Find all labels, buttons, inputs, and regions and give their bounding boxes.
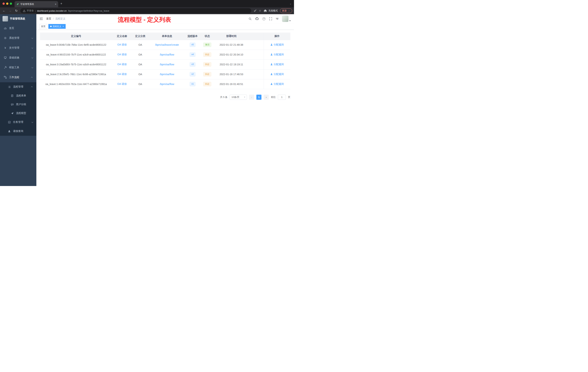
sidebar-item-infrastructure[interactable]: 基础设施 <box>0 53 36 63</box>
sidebar-item-system[interactable]: 系统管理 <box>0 33 36 43</box>
definition-name-link[interactable]: OA 请假 <box>117 43 126 46</box>
tab-close-icon[interactable]: × <box>55 3 56 6</box>
definition-category: OA <box>132 40 149 50</box>
table-row: oa_leave:4:991f2193-7b7f-11ec-a3c8-acde4… <box>40 50 290 59</box>
assign-rule-label: 分配规则 <box>274 73 284 76</box>
goto-label: 前往 <box>271 96 276 99</box>
minimize-window-button[interactable] <box>6 2 8 5</box>
sidebar-item-devtools[interactable]: 研发工具 <box>0 63 36 72</box>
search-icon[interactable] <box>249 17 252 20</box>
page-size-value: 10条/页 <box>231 96 240 99</box>
new-tab-button[interactable]: + <box>60 2 62 6</box>
sidebar-item-label: 流程管理 <box>13 85 29 88</box>
form-link[interactable]: /bpm/oa/leave/create <box>155 43 179 46</box>
dashboard-icon <box>4 27 7 30</box>
col-deploy-time: 部署时间 <box>215 33 248 40</box>
definition-name-link[interactable]: OA 请假 <box>117 63 126 66</box>
col-actions: 操作 <box>264 33 290 40</box>
browser-tabstrip: 芋道管理系统 × + ⌄ <box>0 0 294 7</box>
reload-button[interactable]: ↻ <box>14 9 19 13</box>
font-size-icon[interactable]: TT <box>276 17 278 20</box>
sidebar-item-payment[interactable]: ¥ 支付管理 <box>0 43 36 53</box>
prev-page-button[interactable]: ‹ <box>249 95 254 100</box>
assign-rule-link[interactable]: 分配规则 <box>270 63 284 66</box>
sidebar-item-label: 流程模型 <box>16 111 33 115</box>
forward-button[interactable]: → <box>8 9 12 12</box>
password-key-icon[interactable] <box>254 9 257 12</box>
tag-process-definition[interactable]: 流程定义 × <box>48 24 66 29</box>
back-button[interactable]: ← <box>2 9 6 12</box>
assign-rule-link[interactable]: 分配规则 <box>270 53 284 56</box>
sidebar-toggle-icon[interactable] <box>40 17 43 20</box>
tab-title: 芋道管理系统 <box>20 3 53 6</box>
gear-icon <box>4 37 7 40</box>
deploy-time: 2022-01-16 17:46:53 <box>215 69 248 79</box>
chevron-down-icon <box>32 66 33 68</box>
deploy-time: 2022-01-22 20:34:10 <box>215 50 248 59</box>
close-window-button[interactable] <box>2 2 5 5</box>
assign-rule-link[interactable]: 分配规则 <box>270 43 284 46</box>
form-link[interactable]: /bpm/oa/flow <box>160 63 174 66</box>
assign-rule-link[interactable]: 分配规则 <box>270 82 284 86</box>
paper-plane-icon <box>10 112 14 115</box>
deploy-time: 2022-01-16 01:40:51 <box>215 79 248 89</box>
sidebar-logo[interactable]: 芋道管理系统 <box>0 14 36 23</box>
sidebar-item-process-form[interactable]: 流程表单 <box>0 91 36 100</box>
definition-category: OA <box>132 50 149 59</box>
navbar-actions: ? TT <box>249 15 291 22</box>
address-bar[interactable]: 不安全 | dashboard.yudao.iocoder.cn/bpm/man… <box>20 8 251 13</box>
chevron-up-icon <box>31 86 33 88</box>
sidebar-item-workflow[interactable]: 工作流程 <box>0 72 36 82</box>
col-process-version: 流程版本 <box>185 33 200 40</box>
definition-id: oa_leave:5:004b710b-7b8a-11ec-8ef0-acde4… <box>40 40 112 50</box>
sidebar-item-process-model[interactable]: 流程模型 <box>0 109 36 118</box>
zoom-window-button[interactable] <box>10 2 12 5</box>
browser-menu-icon[interactable]: ⋮ <box>288 10 290 12</box>
table-header-row: 定义编号 定义名称 定义分类 表单信息 流程版本 状态 部署时间 操作 <box>40 33 290 40</box>
avatar <box>282 15 289 22</box>
sidebar-item-leave-query[interactable]: 请假查询 <box>0 127 36 136</box>
form-link[interactable]: /bpm/oa/flow <box>160 73 174 76</box>
status-badge: 挂起 <box>203 72 211 77</box>
sidebar-item-process-management[interactable]: 流程管理 <box>0 82 36 91</box>
sidebar-item-label: 基础设施 <box>9 56 29 59</box>
browser-update-button[interactable]: 更新 ⋮ <box>280 8 292 13</box>
assign-rule-label: 分配规则 <box>274 53 284 56</box>
definition-id: oa_leave:3:1fad3d93-7b75-11ec-a3c8-acde4… <box>40 59 112 69</box>
sidebar-item-home[interactable]: 首页 <box>0 23 36 33</box>
sidebar-item-user-group[interactable]: 用户分组 <box>0 100 36 109</box>
tab-search-chevron-icon[interactable]: ⌄ <box>290 2 294 5</box>
github-icon[interactable] <box>255 17 259 20</box>
sidebar-item-task-management[interactable]: 任务管理 <box>0 118 36 127</box>
goto-page-input[interactable] <box>278 95 286 100</box>
page-number-button[interactable]: 1 <box>256 95 262 100</box>
table-row: oa_leave:2:3c1f0ef1-76b1-11ec-9c66-a2380… <box>40 69 290 79</box>
bookmark-star-icon[interactable]: ☆ <box>259 9 261 12</box>
fullscreen-icon[interactable] <box>269 17 272 20</box>
tag-close-icon[interactable]: × <box>63 25 64 28</box>
form-link[interactable]: /bpm/oa/flow <box>160 83 174 86</box>
favicon-leaf-icon <box>16 3 19 5</box>
assign-rule-label: 分配规则 <box>274 43 284 46</box>
definition-name-link[interactable]: OA 请假 <box>117 73 126 76</box>
url-domain: dashboard.yudao.iocoder.cn <box>37 10 67 12</box>
breadcrumb-home[interactable]: 首页 <box>46 17 51 20</box>
user-avatar-menu[interactable] <box>282 15 291 22</box>
definition-category: OA <box>132 59 149 69</box>
avatar-caret-icon <box>289 20 291 21</box>
page-size-select[interactable]: 10条/页 ▾ <box>230 95 247 100</box>
tag-home[interactable]: 首页 <box>39 24 47 29</box>
definition-name-link[interactable]: OA 请假 <box>117 82 126 85</box>
deploy-time: 2022-01-22 21:48:38 <box>215 40 248 50</box>
form-link[interactable]: /bpm/oa/flow <box>160 53 174 56</box>
help-icon[interactable]: ? <box>262 17 265 20</box>
yen-icon: ¥ <box>4 46 7 49</box>
version-badge: v3 <box>190 62 196 67</box>
definition-name-link[interactable]: OA 请假 <box>117 53 126 56</box>
toolbar-right-cluster: ☆ 无痕模式 更新 ⋮ <box>253 8 292 13</box>
browser-tab[interactable]: 芋道管理系统 × <box>15 1 58 7</box>
next-page-button[interactable]: › <box>264 95 269 100</box>
workflow-icon <box>4 76 7 79</box>
tag-label: 首页 <box>41 25 45 28</box>
assign-rule-link[interactable]: 分配规则 <box>270 73 284 76</box>
